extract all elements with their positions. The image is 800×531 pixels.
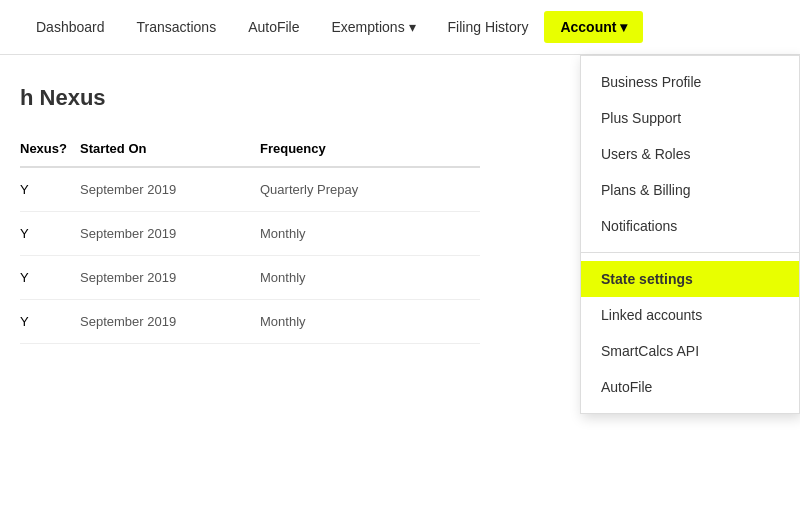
row-nexus-3: Y xyxy=(20,314,80,329)
row-frequency-0: Quarterly Prepay xyxy=(260,182,460,197)
row-started-3: September 2019 xyxy=(80,314,260,329)
nav-transactions[interactable]: Transactions xyxy=(121,11,233,43)
nav-autofile[interactable]: AutoFile xyxy=(232,11,315,43)
nexus-table: Nexus? Started On Frequency Y September … xyxy=(20,131,480,344)
row-started-0: September 2019 xyxy=(80,182,260,197)
row-frequency-3: Monthly xyxy=(260,314,460,329)
col-header-frequency: Frequency xyxy=(260,141,460,156)
row-nexus-1: Y xyxy=(20,226,80,241)
dropdown-business-profile[interactable]: Business Profile xyxy=(581,64,799,100)
row-frequency-2: Monthly xyxy=(260,270,460,285)
col-header-nexus: Nexus? xyxy=(20,141,80,156)
row-nexus-2: Y xyxy=(20,270,80,285)
dropdown-smartcalcs-api[interactable]: SmartCalcs API xyxy=(581,333,799,369)
account-dropdown-menu: Business Profile Plus Support Users & Ro… xyxy=(580,55,800,414)
table-row: Y September 2019 Monthly xyxy=(20,256,480,300)
dropdown-section-1: Business Profile Plus Support Users & Ro… xyxy=(581,56,799,252)
nav-account[interactable]: Account ▾ xyxy=(544,11,643,43)
dropdown-state-settings[interactable]: State settings xyxy=(581,261,799,297)
col-header-started: Started On xyxy=(80,141,260,156)
row-started-2: September 2019 xyxy=(80,270,260,285)
navbar: Dashboard Transactions AutoFile Exemptio… xyxy=(0,0,800,55)
table-header: Nexus? Started On Frequency xyxy=(20,131,480,168)
dropdown-notifications[interactable]: Notifications xyxy=(581,208,799,244)
row-nexus-0: Y xyxy=(20,182,80,197)
dropdown-linked-accounts[interactable]: Linked accounts xyxy=(581,297,799,333)
row-frequency-1: Monthly xyxy=(260,226,460,241)
dropdown-plus-support[interactable]: Plus Support xyxy=(581,100,799,136)
table-row: Y September 2019 Monthly xyxy=(20,300,480,344)
dropdown-plans-billing[interactable]: Plans & Billing xyxy=(581,172,799,208)
table-row: Y September 2019 Quarterly Prepay xyxy=(20,168,480,212)
nav-dashboard[interactable]: Dashboard xyxy=(20,11,121,43)
nav-exemptions[interactable]: Exemptions ▾ xyxy=(315,11,431,43)
dropdown-section-2: State settings Linked accounts SmartCalc… xyxy=(581,252,799,413)
dropdown-users-roles[interactable]: Users & Roles xyxy=(581,136,799,172)
dropdown-autofile[interactable]: AutoFile xyxy=(581,369,799,405)
row-started-1: September 2019 xyxy=(80,226,260,241)
nav-filing-history[interactable]: Filing History xyxy=(432,11,545,43)
table-row: Y September 2019 Monthly xyxy=(20,212,480,256)
